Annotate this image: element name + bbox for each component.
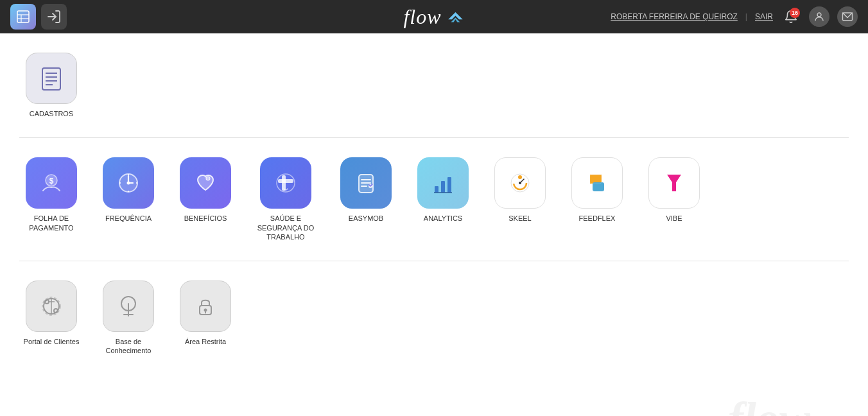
folha-icon: $ [37,168,66,198]
top-navbar: flow ROBERTA FERREIRA DE QUEIROZ | SAIR … [0,0,868,33]
portal-icon-box [26,281,77,332]
watermark: flow [728,392,810,416]
app-easymob[interactable]: EASYMOB [334,157,398,241]
frequencia-icon [114,168,143,198]
svg-point-39 [518,175,522,179]
app-analytics[interactable]: ANALYTICS [411,157,475,241]
analytics-icon [428,168,458,198]
portal-icon [37,291,66,321]
base-icon [114,291,143,321]
svg-rect-9 [42,68,60,90]
skeel-icon-box [494,157,546,209]
user-icon [813,11,825,22]
app-frequencia[interactable]: FREQUÊNCIA [96,157,161,241]
divider-1 [19,137,849,138]
base-label: Base deConhecimento [106,337,152,356]
beneficios-icon [191,168,220,198]
feedflex-icon [582,168,612,198]
svg-rect-43 [590,175,602,184]
frequencia-icon-box [103,157,154,209]
feedflex-label: FEEDFLEX [579,214,616,223]
exit-button[interactable] [41,4,67,30]
svg-rect-35 [447,177,451,193]
cadastros-label: CADASTROS [30,109,73,118]
separator: | [745,12,747,21]
saude-icon [271,168,300,198]
profile-button[interactable] [809,6,829,27]
section-cadastros: CADASTROS [19,46,849,125]
sair-link[interactable]: SAIR [755,12,773,21]
beneficios-icon-box [180,157,231,209]
feedflex-icon-box [571,157,623,209]
svg-marker-46 [667,175,681,191]
cadastros-icon [37,64,65,92]
svg-point-49 [54,309,58,313]
easymob-icon [351,168,381,198]
folha-icon-box: $ [26,157,77,209]
section-portals: Portal de Clientes Base deConhecimento [19,274,849,362]
nav-right: ROBERTA FERREIRA DE QUEIROZ | SAIR 16 [611,6,858,27]
vibe-icon [659,168,689,198]
cadastros-grid: CADASTROS [19,46,849,125]
skeel-label: SKEEL [508,214,531,223]
divider-2 [19,261,849,261]
svg-text:$: $ [49,177,54,186]
svg-rect-0 [17,11,29,22]
message-icon [842,11,853,22]
nav-left [10,4,67,30]
easymob-label: EASYMOB [349,214,383,223]
app-feedflex[interactable]: FEEDFLEX [565,157,629,241]
app-portal[interactable]: Portal de Clientes [19,281,83,356]
vibe-label: VIBE [666,214,682,223]
notification-badge: 16 [790,8,800,18]
svg-rect-34 [441,181,445,193]
logo-icon [447,10,465,23]
restrita-icon [191,291,220,321]
folha-label: FOLHA DEPAGAMENTO [29,214,73,232]
app-vibe[interactable]: VIBE [642,157,706,241]
svg-line-41 [520,179,524,183]
beneficios-label: BENEFÍCIOS [184,214,227,223]
exit-icon [46,9,62,24]
saude-label: SAÚDE ESEGURANÇA DOTRABALHO [257,214,315,241]
restrita-label: Área Restrita [185,337,226,346]
svg-point-7 [817,13,821,17]
vibe-icon-box [648,157,700,209]
portals-grid: Portal de Clientes Base deConhecimento [19,274,849,362]
user-name[interactable]: ROBERTA FERREIRA DE QUEIROZ [611,12,738,21]
svg-point-24 [206,177,210,180]
app-cadastros[interactable]: CADASTROS [19,53,83,118]
home-button[interactable] [10,4,36,30]
messages-button[interactable] [837,6,858,27]
watermark-area: flow [19,375,849,416]
home-icon [15,9,31,24]
section-apps: $ FOLHA DEPAGAMENTO [19,151,849,248]
svg-rect-26 [278,179,293,183]
apps-grid: $ FOLHA DEPAGAMENTO [19,151,849,248]
easymob-icon-box [340,157,392,209]
main-content: CADASTROS $ FOLHA DEPAGAMENTO [0,33,868,416]
app-skeel[interactable]: SKEEL [488,157,552,241]
svg-rect-33 [435,186,438,193]
notification-bell[interactable]: 16 [781,6,801,27]
logo-text: flow [403,5,441,29]
frequencia-label: FREQUÊNCIA [105,214,152,223]
app-folha[interactable]: $ FOLHA DEPAGAMENTO [19,157,83,241]
base-icon-box [103,281,154,332]
portal-label: Portal de Clientes [24,337,80,346]
app-beneficios[interactable]: BENEFÍCIOS [173,157,238,241]
saude-icon-box [260,157,311,209]
skeel-icon [505,168,535,198]
analytics-icon-box [417,157,469,209]
app-saude[interactable]: SAÚDE ESEGURANÇA DOTRABALHO [250,157,321,241]
logo-area: flow [403,5,464,29]
app-base[interactable]: Base deConhecimento [96,281,161,356]
cadastros-icon-box [26,53,77,104]
analytics-label: ANALYTICS [424,214,462,223]
app-restrita[interactable]: Área Restrita [173,281,238,356]
restrita-icon-box [180,281,231,332]
